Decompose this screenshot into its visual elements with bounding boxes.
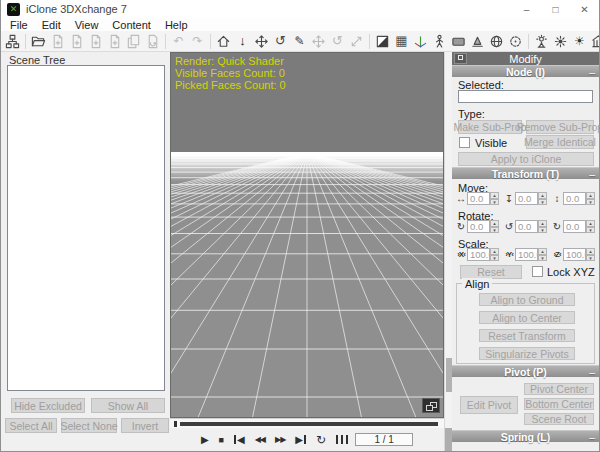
open-file-icon[interactable] xyxy=(30,33,47,50)
previous-frame-button[interactable]: ◀◀ xyxy=(255,433,265,447)
file-export-icon-c[interactable] xyxy=(87,33,104,50)
minimize-button[interactable]: – xyxy=(512,0,541,18)
scale-y-field[interactable]: 100.0 xyxy=(515,248,538,261)
move-y-down-button[interactable]: ▾ xyxy=(538,199,547,206)
section-header-spring[interactable]: Spring (L) – xyxy=(452,430,599,442)
select-none-button[interactable]: Select None xyxy=(61,418,117,433)
sun-light-icon[interactable]: ☀ xyxy=(571,33,588,50)
frame-step-button[interactable] xyxy=(336,433,348,447)
maximize-button[interactable]: □ xyxy=(541,0,570,18)
undock-panel-button[interactable] xyxy=(454,53,467,64)
menu-item-edit[interactable]: Edit xyxy=(35,19,68,31)
light-b-icon[interactable] xyxy=(552,33,569,50)
reset-button[interactable]: Reset xyxy=(460,265,522,279)
go-to-last-button[interactable]: ▶ xyxy=(295,433,306,447)
singularize-pivots-button[interactable]: Singularize Pivots xyxy=(479,347,575,360)
scale-x-field[interactable]: 100.0 xyxy=(467,248,490,261)
menu-item-help[interactable]: Help xyxy=(158,19,195,31)
scale-z-field[interactable]: 100.0 xyxy=(563,248,586,261)
wireframe-sphere-icon[interactable] xyxy=(488,33,505,50)
dummy-sphere-icon[interactable] xyxy=(507,33,524,50)
remove-sub-prop-button[interactable]: Remove Sub-Prop xyxy=(526,120,594,134)
scale-tool-icon[interactable] xyxy=(348,33,365,50)
timeline-handle[interactable] xyxy=(174,421,177,427)
background-toggle-icon[interactable] xyxy=(374,33,391,50)
viewport-3d[interactable]: Render: Quick ShaderVisible Faces Count:… xyxy=(170,52,444,418)
file-export-icon-b[interactable] xyxy=(68,33,85,50)
scene-tree-list[interactable] xyxy=(7,65,165,391)
image-plane-icon[interactable] xyxy=(450,33,467,50)
menu-item-content[interactable]: Content xyxy=(105,19,158,31)
export-all-icon[interactable] xyxy=(125,33,142,50)
apply-to-iclone-button[interactable]: Apply to iClone xyxy=(458,152,594,166)
collapse-icon[interactable]: – xyxy=(589,366,595,378)
go-to-first-button[interactable]: ◀ xyxy=(234,433,245,447)
rotate-y-field[interactable]: 0.0 xyxy=(515,220,538,233)
edit-pivot-button[interactable]: Edit Pivot xyxy=(460,396,518,414)
section-header-transform[interactable]: Transform (T) – xyxy=(452,167,599,179)
merge-identical-button[interactable]: Merge Identical xyxy=(526,135,594,149)
close-button[interactable]: ✕ xyxy=(570,0,599,18)
section-header-node[interactable]: Node (I) – xyxy=(452,65,599,77)
camera-view-button[interactable] xyxy=(422,398,440,413)
scale-z-down-button[interactable]: ▾ xyxy=(586,255,595,262)
scale-y-down-button[interactable]: ▾ xyxy=(538,255,547,262)
pan-camera-icon[interactable] xyxy=(253,33,270,50)
rotate-y-down-button[interactable]: ▾ xyxy=(538,227,547,234)
timeline-bar[interactable] xyxy=(180,422,438,426)
scene-root-button[interactable]: Scene Root xyxy=(524,413,594,425)
character-display-icon[interactable] xyxy=(431,33,448,50)
move-x-field[interactable]: 0.0 xyxy=(467,192,490,205)
file-export-icon-d[interactable] xyxy=(106,33,123,50)
scale-x-down-button[interactable]: ▾ xyxy=(490,255,499,262)
timeline[interactable] xyxy=(170,418,444,428)
panel-scrollbar[interactable] xyxy=(444,52,452,451)
home-camera-icon[interactable] xyxy=(215,33,232,50)
grid-toggle-icon[interactable]: ▦ xyxy=(393,33,410,50)
rotate-z-field[interactable]: 0.0 xyxy=(563,220,586,233)
menu-item-file[interactable]: File xyxy=(3,19,35,31)
move-x-down-button[interactable]: ▾ xyxy=(490,199,499,206)
loop-button[interactable]: ↻ xyxy=(316,433,326,447)
move-tool-icon[interactable] xyxy=(310,33,327,50)
zoom-fit-icon[interactable]: ↓ xyxy=(234,33,251,50)
reset-transform-button[interactable]: Reset Transform xyxy=(479,329,575,342)
pick-tool-icon[interactable]: ✎ xyxy=(291,33,308,50)
redo-icon[interactable]: ↷ xyxy=(189,33,206,50)
section-header-pivot[interactable]: Pivot (P) – xyxy=(452,365,599,377)
orbit-camera-icon[interactable]: ↺ xyxy=(272,33,289,50)
cone-display-icon[interactable] xyxy=(469,33,486,50)
update-model-icon[interactable] xyxy=(144,33,161,50)
align-to-center-button[interactable]: Align to Center xyxy=(479,311,575,324)
menu-item-view[interactable]: View xyxy=(68,19,106,31)
show-all-button[interactable]: Show All xyxy=(91,398,165,413)
rotate-tool-icon[interactable]: ↺ xyxy=(329,33,346,50)
select-all-button[interactable]: Select All xyxy=(5,418,57,433)
visible-checkbox[interactable] xyxy=(459,137,470,148)
stage-display-icon[interactable] xyxy=(590,33,599,50)
collapse-icon[interactable]: – xyxy=(589,168,595,180)
invert-button[interactable]: Invert xyxy=(121,418,169,433)
hide-excluded-button[interactable]: Hide Excluded xyxy=(11,398,85,413)
bottom-center-button[interactable]: Bottom Center xyxy=(524,398,594,410)
rotate-x-down-button[interactable]: ▾ xyxy=(490,227,499,234)
align-to-ground-button[interactable]: Align to Ground xyxy=(479,293,575,306)
stop-button[interactable]: ■ xyxy=(219,433,224,447)
move-z-down-button[interactable]: ▾ xyxy=(586,199,595,206)
next-frame-button[interactable]: ▶▶ xyxy=(275,433,285,447)
selected-node-field[interactable] xyxy=(458,90,593,103)
move-z-field[interactable]: 0.0 xyxy=(563,192,586,205)
make-sub-prop-button[interactable]: Make Sub-Prop xyxy=(458,120,522,134)
file-export-icon-a[interactable] xyxy=(49,33,66,50)
play-button[interactable]: ▶ xyxy=(201,433,209,447)
collapse-icon[interactable]: – xyxy=(589,66,595,78)
pivot-center-button[interactable]: Pivot Center xyxy=(524,383,594,395)
rotate-z-down-button[interactable]: ▾ xyxy=(586,227,595,234)
scene-tree-icon[interactable] xyxy=(4,33,21,50)
light-a-icon[interactable] xyxy=(533,33,550,50)
collapse-icon[interactable]: – xyxy=(589,431,595,443)
undo-icon[interactable]: ↶ xyxy=(170,33,187,50)
lock-xyz-checkbox[interactable] xyxy=(532,266,543,277)
move-y-field[interactable]: 0.0 xyxy=(515,192,538,205)
axis-display-icon[interactable] xyxy=(412,33,429,50)
